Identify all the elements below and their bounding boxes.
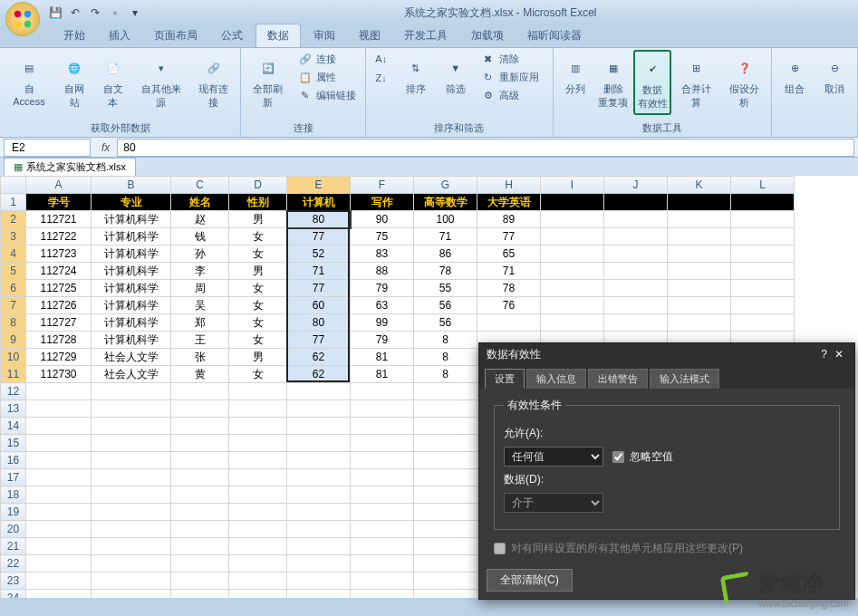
cell[interactable]: 100 (414, 211, 477, 228)
cell[interactable] (414, 486, 477, 504)
header-cell[interactable]: 性别 (229, 194, 287, 211)
qat-more-icon[interactable]: ▾ (127, 5, 143, 21)
whatif-button[interactable]: ❓假设分析 (721, 50, 767, 113)
cell[interactable]: 吴 (171, 297, 229, 314)
cell[interactable]: 112726 (26, 297, 92, 314)
cell[interactable] (171, 573, 229, 590)
cell[interactable]: 女 (229, 228, 287, 245)
refresh-all-button[interactable]: 🔄 全部刷新 (245, 50, 291, 113)
row-header[interactable]: 10 (1, 349, 26, 366)
cell[interactable]: 女 (229, 297, 287, 314)
cell[interactable] (171, 435, 229, 452)
cell[interactable]: 89 (477, 211, 541, 228)
tab-视图[interactable]: 视图 (348, 24, 391, 47)
cell[interactable]: 女 (229, 245, 287, 263)
cell[interactable]: 56 (414, 297, 477, 314)
cell[interactable] (414, 504, 477, 521)
cell[interactable] (92, 486, 171, 504)
tab-数据[interactable]: 数据 (255, 24, 301, 47)
cell[interactable]: 56 (414, 314, 477, 332)
dialog-tab[interactable]: 设置 (485, 369, 525, 389)
apply-same-checkbox[interactable] (494, 543, 506, 554)
cell[interactable] (287, 383, 351, 400)
cell[interactable] (351, 469, 414, 486)
connection-small-button[interactable]: 📋属性 (294, 68, 362, 86)
cell[interactable]: 周 (171, 280, 229, 297)
cell[interactable] (229, 504, 287, 521)
cell[interactable]: 81 (351, 366, 414, 383)
cell[interactable]: 88 (351, 263, 414, 280)
cell[interactable]: 63 (351, 297, 414, 314)
col-header[interactable]: K (668, 177, 731, 194)
tab-公式[interactable]: 公式 (210, 24, 254, 47)
cell[interactable] (351, 521, 414, 538)
cell[interactable] (731, 228, 795, 245)
col-header[interactable]: C (171, 177, 229, 194)
cell[interactable]: 女 (229, 332, 287, 349)
cell[interactable]: 78 (477, 280, 541, 297)
cell[interactable] (229, 555, 287, 573)
cell[interactable] (92, 590, 171, 599)
cell[interactable] (541, 211, 604, 228)
cell[interactable]: 女 (229, 366, 287, 383)
cell[interactable] (26, 383, 92, 400)
cell[interactable]: 社会人文学 (92, 366, 171, 383)
col-header[interactable]: I (541, 177, 604, 194)
cell[interactable]: 男 (229, 263, 287, 280)
cell[interactable]: 计算机科学 (92, 332, 171, 349)
cell[interactable]: 60 (287, 297, 351, 314)
col-header[interactable]: F (351, 177, 414, 194)
row-header[interactable]: 11 (1, 366, 26, 383)
cell[interactable] (92, 452, 171, 469)
cell[interactable]: 计算机科学 (92, 280, 171, 297)
cell[interactable] (287, 486, 351, 504)
select-all-cell[interactable] (1, 177, 26, 194)
data-select[interactable]: 介于 (504, 493, 603, 513)
cell[interactable] (229, 521, 287, 538)
cell[interactable]: 8 (414, 349, 477, 366)
cell[interactable] (229, 435, 287, 452)
sort-desc-button[interactable]: Z↓ (370, 69, 393, 87)
cell[interactable] (414, 383, 477, 400)
header-cell[interactable] (731, 194, 795, 211)
cell[interactable] (171, 504, 229, 521)
cell[interactable] (541, 280, 604, 297)
row-header[interactable]: 21 (1, 538, 26, 555)
sort-button[interactable]: ⇅排序 (397, 50, 435, 100)
cell[interactable] (668, 314, 731, 332)
col-header[interactable]: H (477, 177, 541, 194)
dialog-tab[interactable]: 输入法模式 (650, 369, 719, 389)
cell[interactable] (229, 418, 287, 435)
cell[interactable] (287, 573, 351, 590)
external-data-button[interactable]: 🔗现有连接 (190, 50, 236, 113)
cell[interactable] (229, 573, 287, 590)
cell[interactable] (351, 452, 414, 469)
cell[interactable]: 71 (477, 263, 541, 280)
cell[interactable] (229, 469, 287, 486)
cell[interactable] (92, 418, 171, 435)
formula-input[interactable] (117, 139, 854, 157)
cell[interactable] (26, 590, 92, 599)
cell[interactable] (414, 590, 477, 599)
cell[interactable] (26, 418, 92, 435)
tab-开始[interactable]: 开始 (53, 24, 96, 47)
cell[interactable]: 55 (414, 280, 477, 297)
cell[interactable] (92, 469, 171, 486)
cell[interactable]: 计算机科学 (92, 211, 171, 228)
cell[interactable]: 李 (171, 263, 229, 280)
row-header[interactable]: 3 (1, 228, 26, 245)
cell[interactable] (351, 486, 414, 504)
cell[interactable]: 女 (229, 314, 287, 332)
cell[interactable]: 77 (477, 228, 541, 245)
cell[interactable] (351, 538, 414, 555)
cell[interactable] (731, 263, 795, 280)
col-header[interactable]: G (414, 177, 477, 194)
cell[interactable] (287, 469, 351, 486)
dialog-tab[interactable]: 出错警告 (588, 369, 648, 389)
cell[interactable]: 112723 (26, 245, 92, 263)
cell[interactable]: 86 (414, 245, 477, 263)
cell[interactable] (414, 555, 477, 573)
cell[interactable] (541, 263, 604, 280)
row-header[interactable]: 16 (1, 452, 26, 469)
header-cell[interactable]: 姓名 (171, 194, 229, 211)
